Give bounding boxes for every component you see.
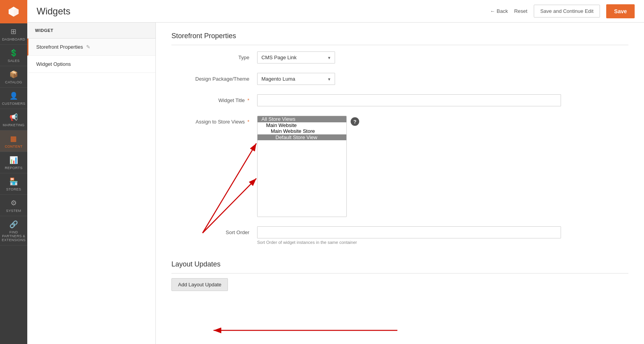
sort-order-hint: Sort Order of widget instances in the sa… [257, 240, 628, 245]
marketing-icon: 📢 [9, 113, 18, 122]
required-marker-store: * [247, 119, 249, 125]
sidebar-item-dashboard[interactable]: ⊞ DASHBOARD [0, 23, 27, 45]
widget-title-label: Widget Title * [171, 94, 257, 103]
widget-section-label: WIDGET [27, 23, 155, 39]
partners-icon: 🔗 [9, 220, 18, 229]
content-icon: ▦ [10, 134, 17, 143]
customers-icon: 👤 [9, 92, 18, 100]
store-views-listbox[interactable]: All Store ViewsMain WebsiteMain Website … [257, 116, 347, 217]
add-layout-update-button[interactable]: Add Layout Update [171, 278, 228, 291]
header-actions: ← Back Reset Save and Continue Edit Save [490, 4, 635, 18]
sidebar-logo [0, 0, 27, 23]
store-views-group: All Store ViewsMain WebsiteMain Website … [257, 116, 628, 217]
system-icon: ⚙ [11, 199, 17, 207]
type-select[interactable]: CMS Page Link [257, 51, 335, 64]
sidebar-item-label: CONTENT [5, 145, 23, 148]
sidebar-item-reports[interactable]: 📊 REPORTS [0, 152, 27, 173]
sidebar-item-partners[interactable]: 🔗 FIND PARTNERS & EXTENSIONS [0, 216, 27, 245]
storefront-properties-title: Storefront Properties [171, 32, 628, 45]
type-label: Type [171, 51, 257, 60]
sales-icon: 💲 [9, 49, 18, 57]
design-select[interactable]: Magento Luma [257, 73, 335, 85]
sidebar-item-system[interactable]: ⚙ SYSTEM [0, 195, 27, 216]
layout-updates-title: Layout Updates [171, 260, 628, 273]
widget-title-input[interactable] [257, 94, 561, 106]
sidebar-item-stores[interactable]: 🏪 STORES [0, 173, 27, 195]
sidebar-item-label: REPORTS [5, 166, 22, 170]
nav-widget-options[interactable]: Widget Options [27, 56, 155, 73]
sort-order-input[interactable] [257, 226, 561, 238]
sidebar-item-catalog[interactable]: 📦 CATALOG [0, 66, 27, 88]
back-button[interactable]: ← Back [490, 8, 508, 14]
design-control-wrap: Magento Luma ▼ [257, 73, 628, 85]
sort-order-control-wrap: Sort Order of widget instances in the sa… [257, 226, 628, 245]
type-control-wrap: CMS Page Link ▼ [257, 51, 628, 64]
widget-options-label: Widget Options [36, 61, 71, 67]
save-continue-button[interactable]: Save and Continue Edit [534, 5, 600, 18]
reports-icon: 📊 [9, 156, 18, 164]
form-area: Storefront Properties Type CMS Page Link… [156, 23, 644, 344]
content-area: WIDGET Storefront Properties ✎ Widget Op… [27, 23, 644, 344]
widget-title-control-wrap [257, 94, 628, 106]
sidebar-item-label: CUSTOMERS [2, 102, 25, 106]
design-field-group: Design Package/Theme Magento Luma ▼ [171, 71, 628, 85]
type-select-wrap: CMS Page Link ▼ [257, 51, 335, 64]
type-field-group: Type CMS Page Link ▼ [171, 50, 628, 64]
catalog-icon: 📦 [9, 70, 18, 79]
left-panel: WIDGET Storefront Properties ✎ Widget Op… [27, 23, 156, 344]
sidebar-item-content[interactable]: ▦ CONTENT [0, 131, 27, 152]
sort-order-field-group: Sort Order Sort Order of widget instance… [171, 225, 628, 245]
help-icon[interactable]: ? [351, 117, 359, 126]
sidebar-item-customers[interactable]: 👤 CUSTOMERS [0, 88, 27, 109]
sidebar-item-sales[interactable]: 💲 SALES [0, 45, 27, 66]
store-views-control-wrap: All Store ViewsMain WebsiteMain Website … [257, 116, 628, 217]
save-button[interactable]: Save [606, 4, 635, 18]
main-wrap: Widgets ← Back Reset Save and Continue E… [27, 0, 644, 344]
sidebar-item-label: MARKETING [3, 123, 25, 127]
layout-updates-section: Layout Updates Add Layout Update [171, 252, 628, 291]
assign-store-label: Assign to Store Views * [171, 116, 257, 125]
reset-button[interactable]: Reset [514, 8, 528, 14]
sidebar-item-marketing[interactable]: 📢 MARKETING [0, 109, 27, 131]
sidebar-item-label: SALES [8, 59, 20, 63]
widget-title-field-group: Widget Title * [171, 93, 628, 106]
sidebar-item-label: STORES [6, 187, 21, 191]
top-header: Widgets ← Back Reset Save and Continue E… [27, 0, 644, 23]
store-views-field-group: Assign to Store Views * All Store ViewsM… [171, 114, 628, 217]
sidebar-item-label: SYSTEM [6, 209, 21, 213]
sidebar: ⊞ DASHBOARD 💲 SALES 📦 CATALOG 👤 CUSTOMER… [0, 0, 27, 344]
edit-icon: ✎ [86, 44, 90, 50]
sidebar-item-label: FIND PARTNERS & EXTENSIONS [2, 230, 26, 242]
required-marker: * [247, 97, 249, 103]
nav-storefront-properties[interactable]: Storefront Properties ✎ [27, 39, 155, 56]
back-arrow-icon: ← [490, 8, 495, 14]
sort-order-label: Sort Order [171, 226, 257, 235]
storefront-properties-label: Storefront Properties [36, 44, 83, 50]
sidebar-item-label: CATALOG [5, 80, 22, 84]
page-title: Widgets [37, 6, 490, 17]
design-select-wrap: Magento Luma ▼ [257, 73, 335, 85]
dashboard-icon: ⊞ [11, 27, 16, 36]
stores-icon: 🏪 [9, 177, 18, 186]
sidebar-item-label: DASHBOARD [2, 37, 25, 41]
design-label: Design Package/Theme [171, 73, 257, 82]
